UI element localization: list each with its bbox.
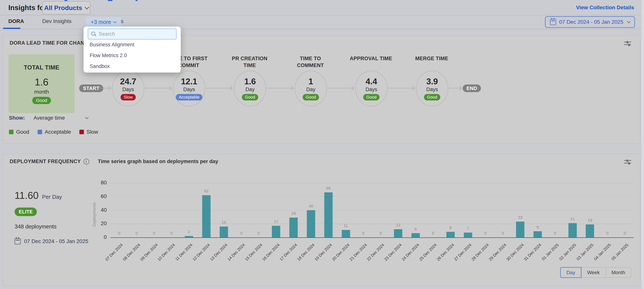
x-axis-label: 24 Dec 2024 [386, 243, 420, 277]
bar [586, 224, 594, 237]
search-icon [91, 32, 96, 36]
gridline [110, 183, 634, 183]
x-axis-label: 20 Dec 2024 [316, 243, 350, 277]
stage-node: 1.6DayGood [234, 71, 266, 106]
pipeline-start-node: START [79, 84, 103, 92]
x-axis-label: 13 Dec 2024 [194, 243, 228, 277]
collection-selector-label: All Products [44, 4, 82, 12]
top-cutoff-fragment [64, 0, 67, 1]
x-axis-label: 21 Dec 2024 [334, 243, 368, 277]
stage-node: 24.7DaysSlow [112, 71, 144, 106]
bar [394, 229, 402, 237]
page: Insights for All Products View Collectio… [0, 0, 644, 289]
bar [324, 192, 333, 237]
gridline [110, 224, 634, 224]
x-axis-label: 27 Dec 2024 [438, 243, 472, 277]
bar [272, 226, 280, 237]
date-range-label: 07 Dec 2024 - 05 Jan 2025 [559, 19, 623, 25]
stage-rating-badge: Good [363, 94, 380, 100]
pipeline-arrow [327, 88, 353, 88]
x-axis-label: 17 Dec 2024 [264, 243, 298, 277]
gridline [110, 210, 634, 210]
view-collection-details-link[interactable]: View Collection Details [576, 4, 634, 11]
bar [412, 233, 420, 237]
stage-unit: Day [246, 86, 254, 92]
header-divider [0, 15, 644, 16]
stage-value: 12.1 [181, 77, 197, 86]
x-axis-label: 01 Jan 2025 [526, 243, 560, 277]
granularity-day-button[interactable]: Day [560, 267, 581, 278]
stage-rating-badge: Good [303, 94, 319, 100]
x-axis-label: 10 Dec 2024 [142, 243, 176, 277]
stage-node: 12.1DaysAcceptable [173, 71, 205, 106]
bar [516, 222, 524, 237]
bar-value-label: 40 [302, 204, 320, 208]
bar [342, 230, 350, 237]
stage-unit: Days [122, 86, 134, 92]
dropdown-search-box[interactable] [88, 28, 176, 40]
bar-value-label: 62 [198, 189, 215, 193]
calendar-icon [550, 19, 556, 25]
bar-value-label: 0 [146, 231, 163, 236]
deployments-bar-chart: 020406080Deployments007 Dec 2024008 Dec … [3, 154, 640, 286]
y-axis-tick: 80 [92, 180, 107, 186]
bar [534, 231, 542, 237]
bar-value-label: 12 [390, 223, 407, 227]
more-tabs-button[interactable]: +3 more [86, 17, 121, 27]
bar-value-label: 0 [546, 231, 564, 236]
bar-value-label: 0 [372, 231, 389, 236]
bar-value-label: 11 [338, 224, 354, 228]
stage-node: 1DayGood [295, 71, 327, 106]
search-input[interactable] [98, 31, 173, 37]
bar-value-label: 9 [529, 225, 546, 230]
pipeline-arrow [206, 88, 232, 88]
more-tabs-label: +3 more [91, 19, 111, 25]
stage-rating-badge: Good [424, 94, 440, 100]
stage-value: 4.4 [366, 77, 377, 86]
date-range-picker[interactable]: 07 Dec 2024 - 05 Jan 2025 [545, 16, 635, 28]
scrollbar[interactable] [641, 0, 644, 289]
stage-unit: Day [306, 86, 315, 92]
stage-node: 4.4DaysGood [355, 71, 388, 106]
dropdown-item-business-alignment[interactable]: Business Alignment [90, 42, 175, 49]
stage-label: PR CREATION TIME [225, 55, 274, 69]
stage-label: TIME TO COMMENT [286, 55, 335, 69]
y-axis-title: Deployments [92, 196, 97, 227]
bar-value-label: 0 [599, 231, 616, 236]
x-axis-label: 19 Dec 2024 [299, 243, 333, 277]
chevron-down-icon [113, 20, 117, 23]
bar-value-label: 21 [564, 217, 581, 221]
x-axis-label: 16 Dec 2024 [246, 243, 280, 277]
x-axis-label: 09 Dec 2024 [124, 243, 158, 277]
dropdown-item-sandbox[interactable]: Sandbox [90, 64, 175, 71]
bar [568, 223, 577, 237]
tab-dora[interactable]: DORA [8, 18, 24, 24]
bar-value-label: 0 [250, 231, 267, 236]
bar-value-label: 0 [355, 231, 372, 236]
bar-value-label: 0 [424, 231, 442, 236]
granularity-week-button[interactable]: Week [581, 267, 606, 278]
stage-node: 3.9DaysGood [416, 71, 448, 106]
granularity-month-button[interactable]: Month [606, 267, 631, 278]
stage-unit: Days [183, 86, 195, 92]
x-axis-label: 08 Dec 2024 [107, 243, 141, 277]
x-axis-label: 26 Dec 2024 [421, 243, 455, 277]
x-axis-label: 29 Dec 2024 [473, 243, 507, 277]
bar-value-label: 8 [442, 226, 459, 230]
dropdown-item-flow-metrics-2-0[interactable]: Flow Metrics 2.0 [90, 52, 175, 60]
tab-dev-insights[interactable]: Dev Insights [42, 18, 72, 24]
stage-unit: Days [366, 86, 377, 92]
gridline [110, 196, 634, 197]
y-axis-tick: 0 [92, 234, 107, 240]
collection-selector-button[interactable]: All Products [42, 1, 90, 14]
bar-value-label: 0 [233, 231, 250, 236]
stage-value: 3.9 [426, 77, 438, 86]
chevron-down-icon [627, 20, 630, 23]
pipeline-arrow [266, 88, 293, 88]
x-axis-label: 15 Dec 2024 [229, 243, 263, 277]
x-axis-label: 28 Dec 2024 [456, 243, 490, 277]
pipeline-end-node: END [463, 84, 481, 92]
x-axis-label: 12 Dec 2024 [177, 243, 211, 277]
bar-value-label: 66 [320, 186, 337, 190]
bar-value-label: 0 [477, 231, 494, 236]
